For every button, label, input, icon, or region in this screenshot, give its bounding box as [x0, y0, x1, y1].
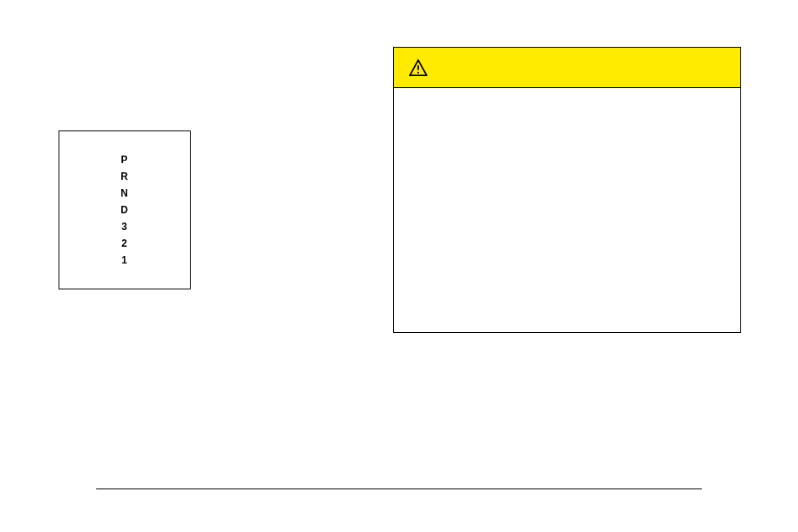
- gear-position: P: [120, 154, 128, 166]
- svg-point-1: [417, 71, 419, 73]
- gear-position: 1: [121, 254, 128, 266]
- warning-header: [394, 48, 740, 88]
- gear-position: 2: [121, 238, 128, 249]
- gear-position: 3: [121, 221, 128, 233]
- warning-body: [394, 88, 740, 332]
- gear-selector-panel: P R N D 3 2 1: [59, 130, 191, 289]
- gear-positions-list: P R N D 3 2 1: [120, 154, 129, 266]
- gear-position: N: [120, 187, 129, 199]
- gear-position: D: [120, 204, 129, 216]
- warning-panel: [393, 47, 741, 333]
- gear-position: R: [120, 171, 129, 182]
- warning-triangle-icon: [409, 59, 427, 76]
- footer-divider: [96, 489, 702, 489]
